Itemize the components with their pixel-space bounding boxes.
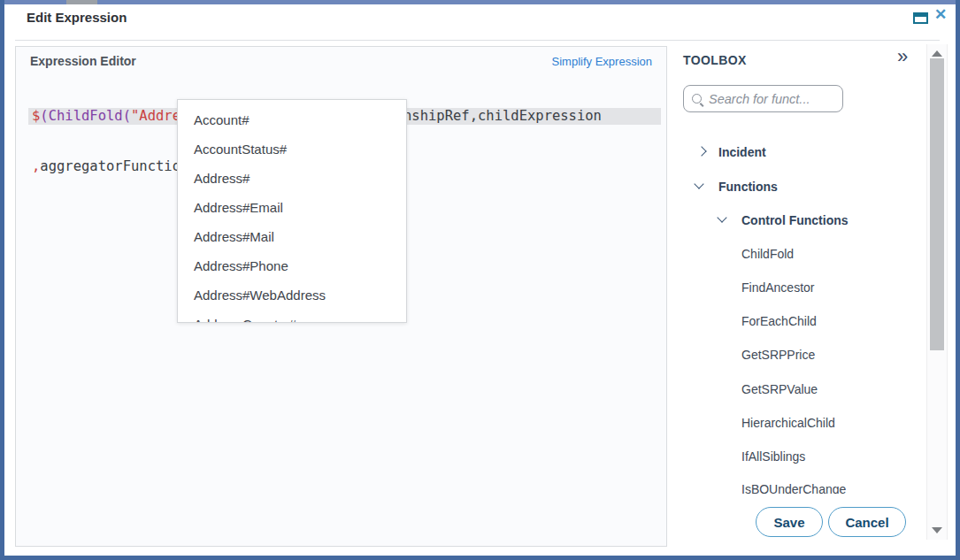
toolbox-title: TOOLBOX <box>683 53 747 67</box>
autocomplete-dropdown: Account# AccountStatus# Address# Address… <box>177 99 407 323</box>
scrollbar-up-arrow[interactable] <box>932 50 942 57</box>
tree-node-control-functions[interactable]: Control Functions <box>741 213 849 227</box>
simplify-expression-link[interactable]: Simplify Expression <box>552 55 652 68</box>
autocomplete-item[interactable]: AddressCountry# <box>178 310 406 323</box>
code-token: , <box>32 158 40 174</box>
code-token: $ <box>32 108 40 124</box>
code-token: aggregatorFunctio <box>40 158 180 174</box>
scrollbar-thumb[interactable] <box>930 58 944 350</box>
autocomplete-item[interactable]: Address# <box>178 164 406 193</box>
function-item-getsrpprice[interactable]: GetSRPPrice <box>741 348 815 362</box>
search-input[interactable] <box>709 92 834 106</box>
autocomplete-item[interactable]: Address#Phone <box>178 251 406 280</box>
function-item-ifallsiblings[interactable]: IfAllSiblings <box>741 449 805 464</box>
function-item-hierarchicalchild[interactable]: HierarchicalChild <box>741 416 835 430</box>
save-button[interactable]: Save <box>756 507 823 537</box>
function-item-getsrpvalue[interactable]: GetSRPValue <box>741 382 818 396</box>
collapse-panel-icon[interactable]: » <box>897 45 908 68</box>
chevron-right-icon[interactable] <box>696 146 706 156</box>
autocomplete-item[interactable]: AccountStatus# <box>178 134 406 164</box>
frame-border-left <box>0 0 4 560</box>
autocomplete-item[interactable]: Address#WebAddress <box>178 280 406 310</box>
function-item-isbounderchange-clipped[interactable]: IsBOUnderChange <box>741 482 846 494</box>
scrollbar-down-arrow[interactable] <box>932 527 942 533</box>
function-item-label: IsBOUnderChange <box>741 482 846 494</box>
search-icon <box>692 94 702 104</box>
tree-node-incident[interactable]: Incident <box>718 145 766 159</box>
chevron-down-icon[interactable] <box>717 212 726 222</box>
function-item-childfold[interactable]: ChildFold <box>741 247 794 261</box>
frame-top-notch <box>66 0 97 4</box>
maximize-icon[interactable] <box>913 12 928 24</box>
function-item-foreachchild[interactable]: ForEachChild <box>741 314 817 328</box>
toolbox-search-box[interactable] <box>683 85 843 112</box>
frame-border-top <box>0 0 960 4</box>
dialog-title: Edit Expression <box>27 10 127 25</box>
code-token: (ChildFold( <box>40 108 131 124</box>
title-separator <box>15 40 940 41</box>
expression-editor-label: Expression Editor <box>30 54 136 68</box>
chevron-down-icon[interactable] <box>694 179 703 188</box>
tree-node-functions[interactable]: Functions <box>718 180 778 194</box>
function-item-findancestor[interactable]: FindAncestor <box>741 280 814 295</box>
cancel-button[interactable]: Cancel <box>828 507 906 537</box>
frame-border-bottom <box>0 556 960 560</box>
autocomplete-item[interactable]: Address#Email <box>178 193 406 222</box>
autocomplete-item[interactable]: Address#Mail <box>178 222 406 251</box>
close-icon[interactable]: ✕ <box>934 6 947 24</box>
autocomplete-item[interactable]: Account# <box>178 105 406 134</box>
frame-border-right <box>956 0 960 560</box>
edit-expression-dialog: Edit Expression ✕ Expression Editor Simp… <box>0 0 960 560</box>
